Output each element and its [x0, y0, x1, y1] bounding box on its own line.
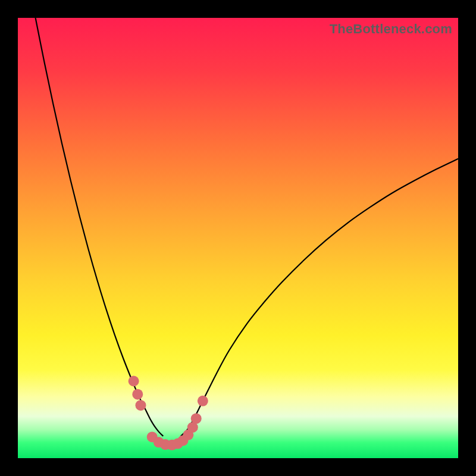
marker-point — [129, 376, 139, 387]
marker-point — [135, 400, 146, 411]
marker-point — [132, 389, 143, 400]
marker-point — [198, 396, 208, 406]
watermark-text: TheBottleneck.com — [330, 21, 452, 37]
curves-layer — [18, 18, 458, 458]
chart-frame: TheBottleneck.com — [0, 0, 476, 476]
series-left-curve — [36, 18, 164, 436]
marker-point — [191, 413, 202, 424]
series-right-curve — [181, 159, 458, 436]
plot-area: TheBottleneck.com — [18, 18, 458, 458]
